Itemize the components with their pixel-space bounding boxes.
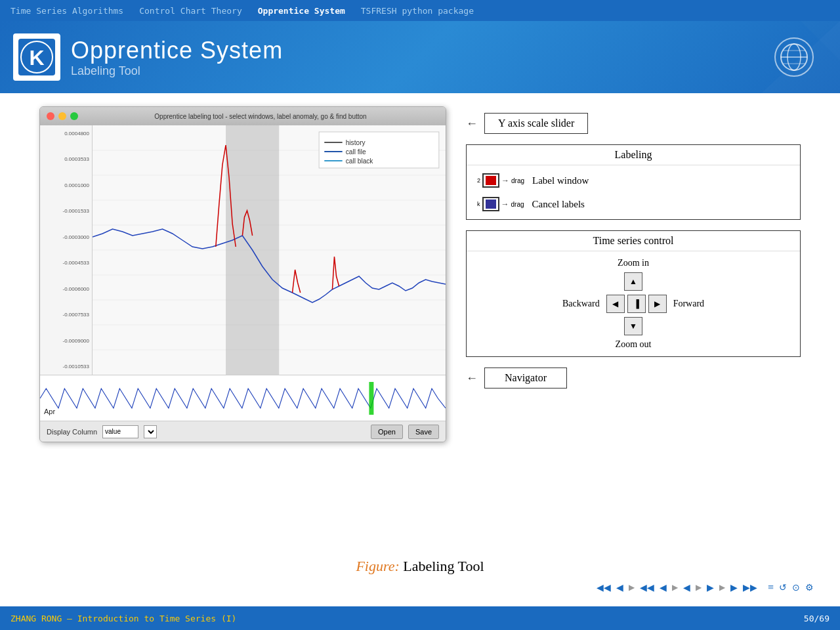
section-prev-icon[interactable]: ◀	[660, 582, 667, 593]
cancel-labels-text: Cancel labels	[532, 199, 585, 210]
bottom-bar: ZHANG RONG — Introduction to Time Series…	[0, 606, 840, 630]
header-decoration	[709, 21, 840, 93]
drag-arrow-right-2-icon: →	[501, 200, 509, 209]
svg-text:call black: call black	[346, 158, 374, 165]
y-label-10: -0.0010533	[43, 364, 89, 369]
figure-caption: Figure: Labeling Tool	[0, 551, 840, 579]
open-button[interactable]: Open	[371, 425, 403, 439]
right-panel: ← Y axis scale slider Labeling 2 → drag	[466, 106, 801, 388]
refresh-icon[interactable]: ↺	[779, 582, 787, 593]
labeling-box: Labeling 2 → drag Label window	[466, 144, 801, 220]
y-label-1: 0.0004800	[43, 131, 89, 136]
zoom-in-button[interactable]: ▲	[624, 272, 642, 291]
svg-text:history: history	[346, 139, 366, 146]
mini-chart[interactable]: Apr	[40, 375, 446, 421]
y-axis-scale-slider: Y axis scale slider	[484, 113, 588, 134]
close-button[interactable]	[47, 112, 54, 120]
label-window-row: 2 → drag Label window	[477, 173, 789, 188]
play-button[interactable]: ▐	[627, 295, 646, 313]
forward-button[interactable]: ▶	[648, 295, 667, 313]
page-header: K Opprentice System Labeling Tool	[0, 21, 840, 93]
forward-label: Forward	[673, 299, 704, 309]
svg-text:K: K	[29, 46, 44, 70]
nav-item-opprentice[interactable]: Opprentice System	[258, 6, 345, 16]
svg-rect-20	[319, 132, 439, 168]
window-toolbar: Display Column Open Save	[40, 421, 446, 442]
superscript-red: 2	[477, 177, 480, 184]
zoom-out-button[interactable]: ▼	[624, 317, 642, 335]
backward-label: Backward	[562, 299, 600, 309]
separator-2: ▶	[672, 583, 678, 593]
red-square	[486, 176, 496, 185]
arrow-left-2-icon: ←	[466, 371, 478, 385]
window-titlebar: Opprentice labeling tool - select window…	[40, 107, 446, 125]
navigator-box: Navigator	[484, 368, 567, 388]
y-axis-labels: 0.0004800 0.0003533 0.0001000 -0.0001533…	[40, 125, 93, 375]
top-navigation: Time Series Algorithms Control Chart The…	[0, 0, 840, 21]
maximize-button[interactable]	[70, 112, 78, 120]
month-label: Apr	[44, 408, 55, 415]
time-series-control-box: Time series control Zoom in ▲ Backward ◀…	[466, 230, 801, 357]
cancel-labels-drag-icon: k → drag	[477, 197, 524, 211]
drag-text-2: drag	[511, 201, 524, 208]
column-select[interactable]	[144, 425, 157, 438]
separator-1: ▶	[629, 583, 635, 593]
navigator-row: ← Navigator	[466, 368, 801, 388]
section-next-icon[interactable]: ▶	[730, 582, 738, 593]
sub-next-icon[interactable]: ▶	[707, 582, 714, 593]
labeling-content: 2 → drag Label window k	[467, 165, 800, 219]
y-label-2: 0.0003533	[43, 156, 89, 162]
prev-slide-icon[interactable]: ◀	[616, 582, 623, 593]
display-column-label: Display Column	[47, 428, 97, 436]
figure-text: Labeling Tool	[403, 558, 484, 574]
slide-counter: 50/69	[804, 614, 830, 623]
nav-item-timeseries[interactable]: Time Series Algorithms	[10, 6, 123, 16]
settings-icon[interactable]: ⚙	[805, 582, 814, 593]
minimize-button[interactable]	[58, 112, 66, 120]
cancel-labels-row: k → drag Cancel labels	[477, 197, 789, 211]
labeling-title: Labeling	[467, 145, 800, 165]
sub-prev-icon[interactable]: ◀	[683, 582, 690, 593]
nav-item-controlchart[interactable]: Control Chart Theory	[139, 6, 242, 16]
nav-item-tsfresh[interactable]: TSFRESH python package	[361, 6, 474, 16]
bottom-left-text: ZHANG RONG — Introduction to Time Series…	[10, 614, 236, 623]
superscript-blue: k	[477, 201, 480, 207]
two-omega-icon[interactable]: ≡	[768, 581, 774, 593]
separator-3: ▶	[696, 583, 702, 593]
zoom-out-label: Zoom out	[616, 339, 652, 350]
svg-text:call file: call file	[346, 148, 366, 156]
time-series-control-content: Zoom in ▲ Backward ◀ ▐ ▶ Forward ▼ Zoom …	[467, 251, 800, 356]
section-back-icon[interactable]: ◀◀	[640, 582, 654, 593]
chart-area: 0.0004800 0.0003533 0.0001000 -0.0001533…	[40, 125, 446, 375]
section-last-icon[interactable]: ▶▶	[743, 582, 757, 593]
separator-4: ▶	[719, 583, 725, 593]
y-axis-slider-row: ← Y axis scale slider	[466, 113, 801, 134]
nav-buttons-row: Backward ◀ ▐ ▶ Forward	[558, 295, 708, 313]
label-window-drag-icon: 2 → drag	[477, 173, 524, 188]
save-button[interactable]: Save	[408, 425, 439, 439]
search-icon[interactable]: ⊙	[792, 582, 800, 593]
value-input[interactable]	[102, 425, 138, 438]
app-window: Opprentice labeling tool - select window…	[39, 106, 446, 442]
backward-button[interactable]: ◀	[606, 295, 625, 313]
window-title: Opprentice labeling tool - select window…	[82, 113, 439, 120]
zoom-in-label: Zoom in	[618, 258, 649, 268]
blue-square	[486, 200, 496, 209]
drag-arrow-right-icon: →	[501, 176, 509, 185]
main-chart[interactable]: history call file call black	[93, 125, 446, 375]
figure-label: Figure:	[356, 558, 399, 574]
y-label-3: 0.0001000	[43, 182, 89, 188]
drag-square-red	[482, 173, 499, 188]
y-label-7: -0.0006000	[43, 286, 89, 292]
y-label-9: -0.0009000	[43, 338, 89, 344]
first-slide-icon[interactable]: ◀◀	[597, 582, 611, 593]
label-window-text: Label window	[532, 175, 589, 186]
time-series-control-title: Time series control	[467, 231, 800, 251]
main-content: Opprentice labeling tool - select window…	[0, 93, 840, 551]
y-label-6: -0.0004533	[43, 260, 89, 266]
svg-rect-27	[369, 382, 373, 415]
nav-icons-row: ◀◀ ◀ ▶ ◀◀ ◀ ▶ ◀ ▶ ▶ ▶ ▶ ▶▶ ≡ ↺ ⊙ ⚙	[0, 579, 840, 596]
drag-square-blue	[482, 197, 499, 211]
kde-logo: K	[13, 33, 60, 81]
y-label-4: -0.0001533	[43, 208, 89, 214]
